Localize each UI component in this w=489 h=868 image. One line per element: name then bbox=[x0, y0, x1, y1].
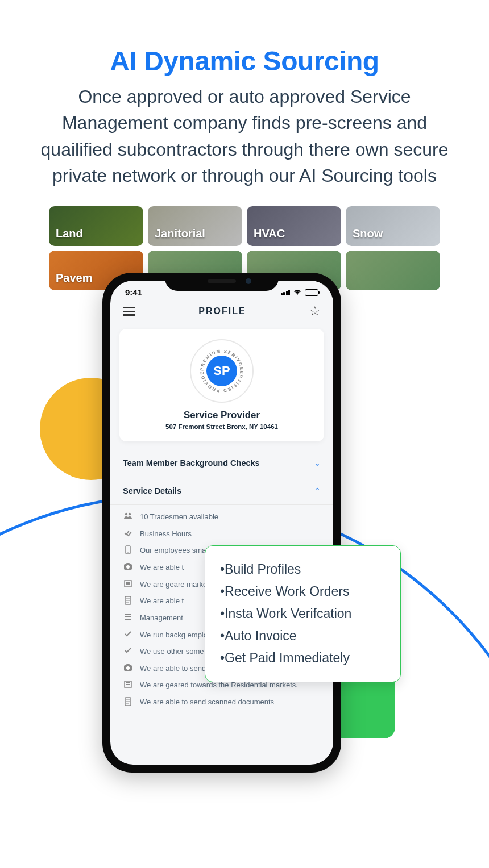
svg-point-18 bbox=[126, 666, 130, 670]
svg-rect-19 bbox=[126, 664, 130, 666]
status-time: 9:41 bbox=[125, 287, 142, 297]
provider-name: Service Provider bbox=[129, 410, 315, 421]
header-title: PROFILE bbox=[198, 306, 246, 316]
section-service-details[interactable]: Service Details ⌃ bbox=[110, 477, 333, 505]
detail-text: We are able t bbox=[140, 595, 184, 607]
chevron-down-icon: ⌄ bbox=[314, 458, 321, 468]
page-title: AI Dynamic Sourcing bbox=[0, 45, 489, 77]
detail-text: We are able t bbox=[140, 562, 184, 573]
badge-ring-text: PREMIUM SERIVCE CERTIFIED PROVIDER bbox=[196, 345, 248, 397]
svg-rect-8 bbox=[126, 563, 130, 565]
phone-icon bbox=[123, 545, 133, 556]
svg-rect-22 bbox=[127, 682, 129, 683]
svg-rect-24 bbox=[126, 684, 127, 685]
building-icon bbox=[123, 579, 133, 589]
chevron-up-icon: ⌃ bbox=[314, 486, 321, 495]
svg-text:PREMIUM SERIVCE: PREMIUM SERIVCE bbox=[200, 349, 244, 372]
detail-item: 10 Tradesmen available bbox=[123, 508, 321, 525]
popup-item: •Auto Invoice bbox=[220, 625, 386, 647]
people-icon bbox=[123, 512, 133, 521]
check2-icon bbox=[123, 529, 133, 539]
category-label: Pavem bbox=[56, 272, 93, 285]
category-tile[interactable]: HVAC bbox=[247, 206, 341, 246]
detail-text: We are able to send scanned documents bbox=[140, 696, 274, 708]
camera-icon bbox=[123, 663, 133, 673]
svg-rect-14 bbox=[127, 583, 129, 585]
detail-text: Business Hours bbox=[140, 528, 192, 540]
list-icon bbox=[123, 613, 133, 623]
svg-rect-13 bbox=[126, 583, 127, 585]
category-tile[interactable]: Janitorial bbox=[148, 206, 242, 246]
svg-rect-21 bbox=[126, 682, 127, 683]
svg-point-2 bbox=[125, 513, 127, 515]
detail-text: 10 Tradesmen available bbox=[140, 511, 218, 523]
svg-rect-12 bbox=[129, 582, 130, 583]
provider-badge: PREMIUM SERIVCE CERTIFIED PROVIDER SP bbox=[190, 339, 254, 403]
section-background-checks[interactable]: Team Member Background Checks ⌄ bbox=[110, 449, 333, 477]
svg-rect-25 bbox=[127, 684, 129, 685]
section-label: Service Details bbox=[123, 486, 181, 495]
section-label: Team Member Background Checks bbox=[123, 458, 260, 468]
phone-screen: 9:41 PROFILE ☆ bbox=[110, 281, 333, 765]
category-label: HVAC bbox=[254, 227, 285, 240]
check-icon bbox=[123, 630, 133, 640]
doc-icon bbox=[123, 596, 133, 607]
detail-text: We are geare markets. bbox=[140, 579, 215, 590]
popup-item: •Receive Work Orders bbox=[220, 581, 386, 603]
phone-frame: 9:41 PROFILE ☆ bbox=[102, 273, 341, 773]
svg-rect-23 bbox=[129, 682, 130, 683]
battery-icon bbox=[305, 289, 318, 296]
category-tile[interactable]: Land bbox=[49, 206, 143, 246]
svg-point-7 bbox=[126, 565, 130, 569]
star-icon[interactable]: ☆ bbox=[309, 304, 321, 319]
category-label: Snow bbox=[353, 227, 383, 240]
detail-item: We are able to send scanned documents bbox=[123, 694, 321, 711]
provider-address: 507 Fremont Street Bronx, NY 10461 bbox=[129, 423, 315, 430]
popup-item: •Get Paid Immediately bbox=[220, 647, 386, 669]
phone-notch bbox=[165, 273, 279, 291]
profile-card: PREMIUM SERIVCE CERTIFIED PROVIDER SP Se… bbox=[119, 329, 324, 441]
detail-item: Business Hours bbox=[123, 525, 321, 542]
svg-rect-15 bbox=[129, 583, 130, 585]
svg-rect-26 bbox=[129, 684, 130, 685]
svg-point-3 bbox=[129, 513, 131, 515]
camera-icon bbox=[123, 562, 133, 572]
wifi-icon bbox=[293, 287, 302, 297]
features-popup: •Build Profiles•Receive Work Orders•Inst… bbox=[205, 545, 401, 682]
category-label: Janitorial bbox=[155, 227, 205, 240]
app-header: PROFILE ☆ bbox=[110, 298, 333, 327]
popup-item: •Insta Work Verifcation bbox=[220, 603, 386, 625]
svg-rect-10 bbox=[126, 582, 127, 583]
category-label: Land bbox=[56, 227, 83, 240]
detail-text: Management bbox=[140, 612, 183, 624]
svg-rect-11 bbox=[127, 582, 129, 583]
check-icon bbox=[123, 646, 133, 656]
svg-point-5 bbox=[127, 552, 129, 553]
category-tile[interactable]: Snow bbox=[346, 206, 440, 246]
page-description: Once approved or auto approved Service M… bbox=[40, 84, 449, 189]
building-icon bbox=[123, 680, 133, 690]
menu-icon[interactable] bbox=[123, 307, 135, 316]
signal-icon bbox=[281, 290, 291, 295]
popup-item: •Build Profiles bbox=[220, 558, 386, 581]
doc-icon bbox=[123, 697, 133, 708]
category-tile[interactable] bbox=[346, 251, 440, 290]
